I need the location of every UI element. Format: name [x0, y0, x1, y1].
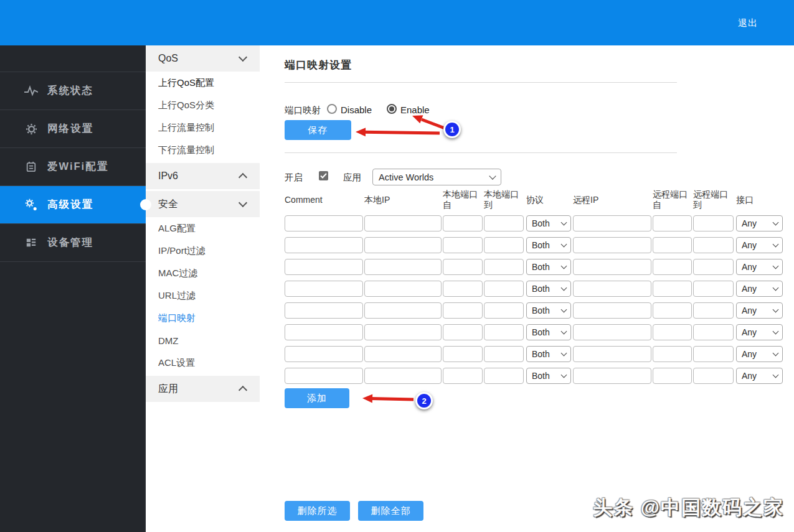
- interface-select[interactable]: Any: [736, 259, 783, 275]
- submenu-item-uplink-qos-config[interactable]: 上行QoS配置: [146, 72, 260, 94]
- delete-selected-button[interactable]: 删除所选: [285, 501, 350, 521]
- remote-ip-input[interactable]: [573, 259, 651, 275]
- submenu-section-qos[interactable]: QoS: [146, 45, 260, 72]
- remote-ip-input[interactable]: [573, 302, 651, 319]
- local-port-to-input[interactable]: [484, 259, 524, 275]
- submenu-section-ipv6[interactable]: IPv6: [146, 163, 260, 189]
- submenu-item-acl-settings[interactable]: ACL设置: [146, 352, 260, 374]
- sidebar-item-device-management[interactable]: 设备管理: [0, 224, 146, 262]
- local-ip-input[interactable]: [364, 259, 442, 275]
- comment-input[interactable]: [285, 368, 363, 384]
- interface-select[interactable]: Any: [736, 302, 783, 319]
- local-ip-input[interactable]: [364, 302, 442, 319]
- remote-port-to-input[interactable]: [693, 346, 734, 362]
- interface-select[interactable]: Any: [736, 324, 783, 340]
- protocol-select[interactable]: Both: [526, 368, 571, 384]
- remote-port-from-input[interactable]: [653, 237, 692, 253]
- local-port-from-input[interactable]: [443, 302, 483, 319]
- submenu-item-uplink-qos-class[interactable]: 上行QoS分类: [146, 94, 260, 116]
- sidebar-item-advanced-settings[interactable]: 高级设置: [0, 186, 146, 224]
- remote-port-from-input[interactable]: [653, 302, 692, 319]
- protocol-select[interactable]: Both: [526, 215, 571, 231]
- remote-port-to-input[interactable]: [693, 215, 734, 231]
- local-port-from-input[interactable]: [443, 346, 483, 362]
- interface-select[interactable]: Any: [736, 281, 783, 297]
- protocol-select[interactable]: Both: [526, 259, 571, 275]
- save-button[interactable]: 保存: [285, 120, 351, 140]
- remote-ip-input[interactable]: [573, 215, 651, 231]
- remote-port-to-input[interactable]: [693, 324, 734, 340]
- local-ip-input[interactable]: [364, 281, 442, 297]
- comment-input[interactable]: [285, 324, 363, 340]
- remote-port-from-input[interactable]: [653, 281, 692, 297]
- submenu-item-port-mapping[interactable]: 端口映射: [146, 307, 260, 329]
- protocol-select[interactable]: Both: [526, 324, 571, 340]
- remote-ip-input[interactable]: [573, 281, 651, 297]
- local-ip-input[interactable]: [364, 368, 442, 384]
- disable-radio[interactable]: [327, 104, 337, 114]
- local-port-from-input[interactable]: [443, 215, 483, 231]
- enable-radio-label[interactable]: Enable: [400, 105, 430, 115]
- protocol-select[interactable]: Both: [526, 346, 571, 362]
- local-port-to-input[interactable]: [484, 368, 524, 384]
- local-ip-input[interactable]: [364, 215, 442, 231]
- sidebar-item-wifi-config[interactable]: 爱WiFi配置: [0, 148, 146, 186]
- remote-port-to-input[interactable]: [693, 368, 734, 384]
- remote-port-to-input[interactable]: [693, 259, 734, 275]
- comment-input[interactable]: [285, 237, 363, 253]
- remote-port-from-input[interactable]: [653, 324, 692, 340]
- submenu-item-alg-config[interactable]: ALG配置: [146, 217, 260, 240]
- delete-all-button[interactable]: 删除全部: [358, 501, 423, 521]
- comment-input[interactable]: [285, 215, 363, 231]
- local-port-to-input[interactable]: [484, 281, 524, 297]
- remote-port-from-input[interactable]: [653, 346, 692, 362]
- protocol-select[interactable]: Both: [526, 302, 571, 319]
- local-port-from-input[interactable]: [443, 281, 483, 297]
- comment-input[interactable]: [285, 346, 363, 362]
- local-port-to-input[interactable]: [484, 215, 524, 231]
- application-select[interactable]: Active Worlds: [372, 169, 501, 185]
- remote-port-from-input[interactable]: [653, 259, 692, 275]
- submenu-section-application[interactable]: 应用: [146, 376, 260, 402]
- comment-input[interactable]: [285, 302, 363, 319]
- remote-port-from-input[interactable]: [653, 368, 692, 384]
- local-port-from-input[interactable]: [443, 259, 483, 275]
- submenu-item-uplink-traffic-control[interactable]: 上行流量控制: [146, 116, 260, 139]
- local-ip-input[interactable]: [364, 346, 442, 362]
- interface-select[interactable]: Any: [736, 346, 783, 362]
- remote-ip-input[interactable]: [573, 368, 651, 384]
- interface-select[interactable]: Any: [736, 368, 783, 384]
- remote-port-to-input[interactable]: [693, 281, 734, 297]
- local-port-to-input[interactable]: [484, 302, 524, 319]
- sidebar-item-network-settings[interactable]: 网络设置: [0, 110, 146, 148]
- comment-input[interactable]: [285, 259, 363, 275]
- submenu-section-security[interactable]: 安全: [146, 191, 260, 217]
- protocol-select[interactable]: Both: [526, 237, 571, 253]
- sidebar-item-system-status[interactable]: 系统状态: [0, 72, 146, 110]
- add-button[interactable]: 添加: [285, 388, 349, 408]
- submenu-item-dmz[interactable]: DMZ: [146, 329, 260, 352]
- comment-input[interactable]: [285, 281, 363, 297]
- disable-radio-label[interactable]: Disable: [341, 105, 372, 115]
- local-port-from-input[interactable]: [443, 324, 483, 340]
- remote-port-to-input[interactable]: [693, 302, 734, 319]
- submenu-item-downlink-traffic-control[interactable]: 下行流量控制: [146, 139, 260, 161]
- local-ip-input[interactable]: [364, 237, 442, 253]
- local-port-to-input[interactable]: [484, 324, 524, 340]
- local-port-from-input[interactable]: [443, 368, 483, 384]
- logout-button[interactable]: 退出: [738, 17, 758, 29]
- submenu-item-url-filter[interactable]: URL过滤: [146, 284, 260, 307]
- enable-checkbox[interactable]: [319, 171, 328, 180]
- protocol-select[interactable]: Both: [526, 281, 571, 297]
- remote-ip-input[interactable]: [573, 237, 651, 253]
- remote-ip-input[interactable]: [573, 346, 651, 362]
- local-port-to-input[interactable]: [484, 346, 524, 362]
- submenu-item-mac-filter[interactable]: MAC过滤: [146, 262, 260, 284]
- local-port-from-input[interactable]: [443, 237, 483, 253]
- remote-port-to-input[interactable]: [693, 237, 734, 253]
- submenu-item-ip-port-filter[interactable]: IP/Port过滤: [146, 240, 260, 262]
- remote-port-from-input[interactable]: [653, 215, 692, 231]
- remote-ip-input[interactable]: [573, 324, 651, 340]
- local-ip-input[interactable]: [364, 324, 442, 340]
- interface-select[interactable]: Any: [736, 215, 783, 231]
